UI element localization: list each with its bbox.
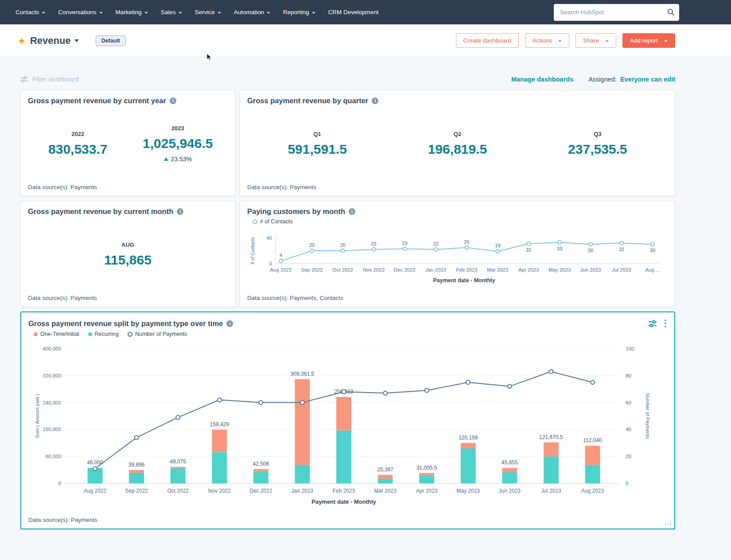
svg-text:100: 100: [626, 346, 634, 351]
filter-dashboard-button[interactable]: Filter dashboard: [20, 76, 79, 83]
svg-text:Payment date - Monthly: Payment date - Monthly: [311, 498, 376, 505]
svg-text:Jan 2023: Jan 2023: [292, 488, 314, 494]
svg-text:Jun 2023: Jun 2023: [580, 267, 601, 272]
chevron-down-icon: [218, 12, 221, 14]
svg-text:19: 19: [495, 243, 500, 248]
legend-item: Number of Payments: [128, 331, 187, 337]
svg-text:Nov 2022: Nov 2022: [208, 488, 231, 494]
dashboard-picker-chevron-icon[interactable]: [74, 39, 79, 42]
nav-item-conversations[interactable]: Conversations: [58, 9, 102, 16]
chevron-down-icon: [42, 12, 45, 14]
header-actions: Create dashboard Actions Share Add repor…: [456, 33, 675, 48]
metric-value: 1,025,946.5: [128, 136, 228, 151]
metric: Q2196,819.5: [387, 131, 527, 157]
svg-text:Nov 2022: Nov 2022: [363, 267, 385, 272]
chevron-down-icon: [267, 12, 270, 14]
data-source-label: Data source(s): Payments, Contacts: [247, 295, 668, 301]
search-input[interactable]: [559, 8, 667, 16]
manage-dashboards-link[interactable]: Manage dashboards: [511, 76, 573, 83]
metric-label: AUG: [28, 241, 228, 248]
metric-value: 237,535.5: [528, 142, 668, 157]
svg-text:40: 40: [626, 427, 631, 432]
nav-item-crm-development[interactable]: CRM Development: [328, 9, 379, 16]
card-revenue-by-current-year: Gross payment revenue by current year 20…: [20, 90, 235, 196]
add-report-button[interactable]: Add report: [622, 33, 675, 48]
legend-item: One-Time/Initial: [34, 331, 79, 337]
filter-dashboard-label: Filter dashboard: [32, 76, 79, 83]
chevron-down-icon: [144, 12, 148, 14]
default-badge: Default: [96, 35, 126, 46]
svg-text:0: 0: [58, 481, 61, 486]
chevron-down-icon: [558, 40, 562, 42]
nav-item-reporting[interactable]: Reporting: [283, 9, 315, 16]
metric-value: 115,865: [28, 253, 228, 268]
svg-text:32: 32: [619, 247, 624, 252]
share-button[interactable]: Share: [575, 33, 616, 48]
svg-text:121,670.5: 121,670.5: [539, 434, 563, 440]
assigned-label: Assigned:: [588, 76, 617, 83]
nav-item-label: Marketing: [116, 9, 142, 16]
chevron-down-icon: [99, 12, 103, 14]
nav-items: ContactsConversationsMarketingSalesServi…: [16, 9, 392, 16]
metric-value: 196,819.5: [387, 142, 527, 157]
card-revenue-by-current-month: Gross payment revenue by current month A…: [20, 201, 235, 307]
metrics-group: Q1591,591.5Q2196,819.5Q3237,535.5: [247, 103, 668, 184]
share-label: Share: [583, 38, 599, 44]
svg-text:Oct 2022: Oct 2022: [167, 488, 189, 494]
metric: 2022830,533.7: [28, 131, 128, 157]
chart-legend: One-Time/InitialRecurringNumber of Payme…: [34, 331, 667, 337]
toolbar-right: Manage dashboards Assigned: Everyone can…: [511, 76, 675, 83]
svg-text:Aug 2023: Aug 2023: [581, 488, 604, 494]
svg-text:# of Contacts: # of Contacts: [250, 237, 255, 264]
nav-item-label: Sales: [161, 9, 176, 16]
nav-item-label: Conversations: [58, 9, 96, 16]
global-search[interactable]: [554, 4, 679, 21]
svg-text:4: 4: [280, 253, 282, 258]
legend-label: Number of Payments: [135, 331, 187, 337]
top-navigation: ContactsConversationsMarketingSalesServi…: [0, 0, 731, 24]
svg-text:39,896: 39,896: [128, 462, 145, 468]
svg-text:Mar 2023: Mar 2023: [374, 488, 397, 494]
metric-value: 830,533.7: [28, 142, 128, 157]
card-title: Paying customers by month: [247, 207, 345, 216]
resize-grip[interactable]: [665, 519, 672, 526]
metric-label: 2023: [128, 125, 228, 132]
paying-customers-chart: 0404Aug 202220Sep 202220Oct 202222Nov 20…: [247, 226, 668, 286]
svg-text:80: 80: [626, 373, 631, 378]
svg-text:60: 60: [626, 400, 631, 405]
create-dashboard-button[interactable]: Create dashboard: [456, 33, 519, 48]
svg-text:Aug ...: Aug ...: [645, 267, 660, 272]
metrics-group: 2022830,533.720231,025,946.523.53%: [28, 103, 228, 184]
svg-text:25: 25: [464, 239, 469, 245]
legend-item: # of Contacts: [253, 218, 293, 225]
dashboard-main: Filter dashboard Manage dashboards Assig…: [0, 57, 731, 529]
assigned-value-link[interactable]: Everyone can edit: [620, 76, 675, 83]
cards-row-1: Gross payment revenue by current year 20…: [20, 90, 675, 196]
info-icon[interactable]: [349, 208, 355, 215]
nav-item-service[interactable]: Service: [195, 9, 221, 16]
data-source-label: Data source(s): Payments: [28, 295, 228, 301]
nav-item-automation[interactable]: Automation: [234, 9, 270, 16]
legend-item: Recurring: [88, 331, 119, 337]
nav-item-label: CRM Development: [328, 9, 379, 16]
svg-text:May 2023: May 2023: [548, 267, 571, 272]
nav-item-contacts[interactable]: Contacts: [16, 9, 45, 16]
svg-text:Sum ( Amount paid ): Sum ( Amount paid ): [35, 394, 40, 438]
favorite-star-icon[interactable]: ★: [18, 36, 26, 45]
metric: Q3237,535.5: [528, 131, 668, 157]
legend-marker: [253, 219, 257, 224]
kebab-menu-icon[interactable]: [664, 319, 667, 328]
svg-text:400,000: 400,000: [43, 346, 61, 351]
chart-settings-icon[interactable]: [649, 320, 657, 327]
actions-button[interactable]: Actions: [525, 33, 569, 48]
nav-item-marketing[interactable]: Marketing: [116, 9, 148, 16]
legend-label: One-Time/Initial: [40, 331, 79, 337]
metric-value: 591,591.5: [247, 142, 387, 157]
svg-text:Feb 2023: Feb 2023: [456, 267, 477, 272]
search-icon[interactable]: [667, 8, 675, 16]
svg-text:22: 22: [371, 241, 377, 246]
info-icon[interactable]: [226, 320, 233, 327]
dashboard-header: ★ Revenue Default Create dashboard Actio…: [0, 24, 731, 57]
nav-item-sales[interactable]: Sales: [161, 9, 182, 16]
chevron-down-icon: [664, 40, 668, 42]
